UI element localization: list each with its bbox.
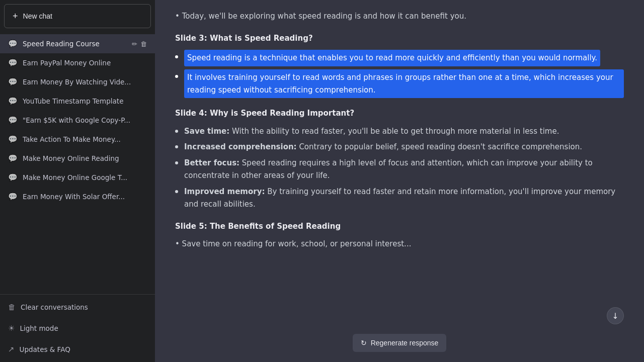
bottom-bar: ↻ Regenerate response ↓: [155, 328, 644, 362]
chat-icon-7: 💬: [8, 154, 18, 163]
sun-icon: ☀: [8, 324, 15, 333]
sidebar-item-earn-5k[interactable]: 💬 "Earn $5K with Google Copy-P...: [0, 111, 155, 130]
sidebar-item-earn-solar[interactable]: 💬 Earn Money With Solar Offer...: [0, 187, 155, 206]
chat-icon-3: 💬: [8, 77, 18, 86]
chat-icon-4: 💬: [8, 97, 18, 106]
slide3-bullets: Speed reading is a technique that enable…: [175, 50, 624, 98]
updates-faq-label: Updates & FAQ: [20, 345, 70, 353]
chat-icon-2: 💬: [8, 58, 18, 67]
regenerate-button[interactable]: ↻ Regenerate response: [353, 334, 447, 352]
sidebar-item-make-money-google[interactable]: 💬 Make Money Online Google T...: [0, 168, 155, 187]
bullet-dot-s3-2: [175, 75, 178, 78]
intro-text: Today, we'll be exploring what speed rea…: [182, 12, 466, 21]
sidebar-item-yt-timestamp[interactable]: 💬 YouTube Timestamp Template: [0, 92, 155, 111]
conversation-list: 💬 Speed Reading Course ✏ 🗑 💬 Earn PayPal…: [0, 32, 155, 294]
bullet-dot-s4-4: [175, 190, 178, 193]
slide3-bullet-2-text: It involves training yourself to read wo…: [184, 69, 624, 99]
chat-icon-9: 💬: [8, 192, 18, 201]
light-mode-button[interactable]: ☀ Light mode: [0, 318, 155, 339]
updates-faq-button[interactable]: ↗ Updates & FAQ: [0, 339, 155, 360]
trash-icon: 🗑: [8, 303, 16, 312]
main-content: • Today, we'll be exploring what speed r…: [155, 0, 644, 362]
slide4-heading: Slide 4: Why is Speed Reading Important?: [175, 107, 624, 120]
chevron-down-icon: ↓: [612, 311, 618, 321]
scroll-down-button[interactable]: ↓: [607, 307, 624, 324]
conv-label-earn-5k: "Earn $5K with Google Copy-P...: [23, 116, 147, 124]
slide3-bullet-1-text: Speed reading is a technique that enable…: [184, 50, 600, 66]
sidebar-item-earn-paypal[interactable]: 💬 Earn PayPal Money Online: [0, 53, 155, 72]
slide4-bullets: Save time: With the ability to read fast…: [175, 125, 624, 211]
slide3-block: Slide 3: What is Speed Reading? Speed re…: [175, 32, 624, 99]
conv-label-make-money-reading: Make Money Online Reading: [23, 154, 147, 162]
slide5-heading: Slide 5: The Benefits of Speed Reading: [175, 220, 624, 233]
slide4-bullet-2: Increased comprehension: Contrary to pop…: [175, 141, 624, 154]
external-link-icon: ↗: [8, 345, 15, 354]
bullet-dot-s4-2: [175, 145, 178, 148]
sidebar-item-speed-reading[interactable]: 💬 Speed Reading Course ✏ 🗑: [0, 34, 155, 53]
slide3-bullet-2: It involves training yourself to read wo…: [175, 69, 624, 99]
clear-conversations-button[interactable]: 🗑 Clear conversations: [0, 297, 155, 318]
bullet-dot-s4-3: [175, 161, 178, 164]
slide4-block: Slide 4: Why is Speed Reading Important?…: [175, 107, 624, 211]
sidebar-item-earn-watching[interactable]: 💬 Earn Money By Watching Vide...: [0, 72, 155, 92]
new-chat-label: New chat: [23, 12, 52, 20]
slide4-bullet-2-text: Increased comprehension: Contrary to pop…: [184, 141, 582, 154]
slide4-bullet-1-text: Save time: With the ability to read fast…: [184, 125, 559, 138]
slide4-bullet-4: Improved memory: By training yourself to…: [175, 186, 624, 211]
edit-icon[interactable]: ✏: [132, 40, 137, 48]
conv-label-speed-reading: Speed Reading Course: [23, 40, 127, 48]
bullet-dot-intro: •: [175, 12, 182, 21]
conv-label-make-money-google: Make Money Online Google T...: [23, 173, 147, 182]
conv-label-take-action: Take Action To Make Money...: [23, 135, 147, 143]
regenerate-icon: ↻: [361, 339, 367, 347]
plus-icon: +: [13, 12, 18, 21]
delete-icon[interactable]: 🗑: [140, 40, 147, 48]
conv-label-earn-solar: Earn Money With Solar Offer...: [23, 193, 147, 201]
bullet-dot-s4-1: [175, 130, 178, 133]
sidebar: + New chat 💬 Speed Reading Course ✏ 🗑 💬 …: [0, 0, 155, 362]
new-chat-button[interactable]: + New chat: [4, 4, 151, 28]
chat-icon: 💬: [8, 39, 18, 48]
chat-icon-6: 💬: [8, 135, 18, 144]
slide5-partial-text: • Save time on reading for work, school,…: [175, 238, 624, 251]
slide3-bullet-1: Speed reading is a technique that enable…: [175, 50, 624, 66]
slide4-bullet-4-text: Improved memory: By training yourself to…: [184, 186, 624, 211]
chat-messages[interactable]: • Today, we'll be exploring what speed r…: [155, 0, 644, 328]
slide5-block: Slide 5: The Benefits of Speed Reading •…: [175, 220, 624, 251]
slide4-bullet-1: Save time: With the ability to read fast…: [175, 125, 624, 138]
slide4-bullet-3-text: Better focus: Speed reading requires a h…: [184, 157, 624, 183]
clear-conversations-label: Clear conversations: [21, 303, 88, 311]
conv-label-earn-watching: Earn Money By Watching Vide...: [23, 78, 147, 86]
conv-label-earn-paypal: Earn PayPal Money Online: [23, 59, 147, 67]
bullet-dot-s3-1: [175, 55, 178, 58]
sidebar-bottom: 🗑 Clear conversations ☀ Light mode ↗ Upd…: [0, 294, 155, 362]
sidebar-item-take-action[interactable]: 💬 Take Action To Make Money...: [0, 130, 155, 149]
conv-label-yt-timestamp: YouTube Timestamp Template: [23, 97, 147, 105]
slide3-heading: Slide 3: What is Speed Reading?: [175, 32, 624, 45]
chat-icon-8: 💬: [8, 173, 18, 182]
sidebar-item-make-money-reading[interactable]: 💬 Make Money Online Reading: [0, 149, 155, 168]
chat-icon-5: 💬: [8, 116, 18, 125]
conv-actions-speed-reading: ✏ 🗑: [132, 40, 147, 48]
regenerate-label: Regenerate response: [371, 339, 439, 347]
light-mode-label: Light mode: [20, 324, 58, 332]
intro-line: • Today, we'll be exploring what speed r…: [175, 10, 624, 23]
slide4-bullet-3: Better focus: Speed reading requires a h…: [175, 157, 624, 183]
